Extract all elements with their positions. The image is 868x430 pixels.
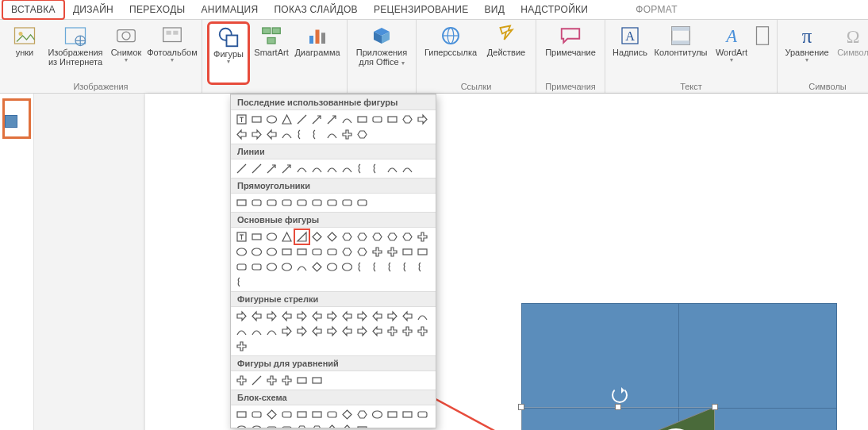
shape-option-curve[interactable] bbox=[279, 127, 294, 142]
shape-option-plus[interactable] bbox=[264, 373, 279, 388]
shape-option-arrowR[interactable] bbox=[294, 324, 309, 339]
grid-cell[interactable] bbox=[678, 303, 837, 409]
shape-option-rect[interactable] bbox=[294, 244, 309, 259]
tab-review[interactable]: РЕЦЕНЗИРОВАНИЕ bbox=[366, 1, 477, 18]
screenshot-button[interactable]: Снимок ▾ bbox=[106, 21, 146, 82]
shape-option-hex[interactable] bbox=[355, 407, 370, 422]
tab-transitions[interactable]: ПЕРЕХОДЫ bbox=[121, 1, 193, 18]
shape-option-plus[interactable] bbox=[415, 324, 430, 339]
shape-option-hex[interactable] bbox=[355, 127, 370, 142]
shape-option-ellipse[interactable] bbox=[234, 422, 249, 428]
shape-option-ellipse[interactable] bbox=[249, 422, 264, 428]
shape-option-plus[interactable] bbox=[400, 324, 415, 339]
shape-option-tri2[interactable] bbox=[279, 229, 294, 244]
shape-option-tri[interactable] bbox=[294, 229, 309, 244]
shape-option-arrowL[interactable] bbox=[309, 324, 325, 339]
shape-option-arrowR[interactable] bbox=[355, 324, 370, 339]
shape-option-rrect[interactable] bbox=[309, 195, 325, 210]
shape-option-plus[interactable] bbox=[279, 373, 294, 388]
shape-option-rect[interactable] bbox=[400, 407, 415, 422]
shape-option-arrowR[interactable] bbox=[249, 127, 264, 142]
shape-option-rect[interactable] bbox=[400, 244, 415, 259]
shape-option-rrect[interactable] bbox=[355, 195, 370, 210]
shape-option-arrowL[interactable] bbox=[234, 127, 249, 142]
shape-option-arrowL[interactable] bbox=[340, 309, 355, 324]
shape-option-hex[interactable] bbox=[340, 229, 355, 244]
shape-option-rrect[interactable] bbox=[264, 422, 279, 428]
shape-option-rect[interactable] bbox=[234, 407, 249, 422]
shape-option-ellipse[interactable] bbox=[325, 259, 340, 275]
shape-option-brace[interactable] bbox=[370, 161, 385, 176]
shape-option-rect[interactable] bbox=[294, 407, 309, 422]
shape-option-plus[interactable] bbox=[234, 339, 249, 354]
shape-option-plus[interactable] bbox=[340, 127, 355, 142]
shape-option-arrowR[interactable] bbox=[264, 309, 279, 324]
shape-option-curve[interactable] bbox=[264, 324, 279, 339]
shape-option-curve[interactable] bbox=[309, 161, 325, 176]
shape-option-curve[interactable] bbox=[294, 161, 309, 176]
shapes-dropdown[interactable]: Последние использованные фигуры Линии Пр… bbox=[230, 94, 436, 428]
shape-option-curve[interactable] bbox=[340, 112, 355, 127]
shape-option-arrowR[interactable] bbox=[385, 309, 400, 324]
shape-option-curve[interactable] bbox=[294, 259, 309, 275]
shape-option-plus[interactable] bbox=[234, 373, 249, 388]
shape-option-diamond[interactable] bbox=[340, 422, 355, 428]
shape-option-plus[interactable] bbox=[370, 244, 385, 259]
shape-option-rrect[interactable] bbox=[325, 195, 340, 210]
shape-option-brace[interactable] bbox=[400, 259, 415, 275]
shape-option-arrow[interactable] bbox=[325, 112, 340, 127]
shape-option-arrowL[interactable] bbox=[249, 309, 264, 324]
resize-handle[interactable] bbox=[712, 404, 718, 410]
slide-canvas[interactable]: Последние использованные фигуры Линии Пр… bbox=[34, 94, 868, 430]
shape-option-arrowR[interactable] bbox=[234, 309, 249, 324]
action-button[interactable]: Действие bbox=[482, 21, 531, 82]
shape-option-rrect[interactable] bbox=[325, 407, 340, 422]
photoalbum-button[interactable]: Фотоальбом ▾ bbox=[148, 21, 197, 82]
shape-option-ellipse[interactable] bbox=[264, 244, 279, 259]
shape-option-arrow[interactable] bbox=[279, 161, 294, 176]
shape-option-rect[interactable] bbox=[249, 229, 264, 244]
shape-option-ellipse[interactable] bbox=[264, 259, 279, 275]
shape-option-arrowL[interactable] bbox=[264, 127, 279, 142]
shape-option-arrow[interactable] bbox=[264, 161, 279, 176]
shape-option-rect[interactable] bbox=[385, 112, 400, 127]
shape-option-rrect[interactable] bbox=[249, 259, 264, 275]
symbol-button[interactable]: Ω Символ bbox=[833, 21, 868, 82]
shape-option-arrowR[interactable] bbox=[415, 112, 430, 127]
shape-option-line[interactable] bbox=[249, 373, 264, 388]
resize-handle[interactable] bbox=[615, 404, 621, 410]
equation-button[interactable]: π Уравнение ▾ bbox=[782, 21, 832, 82]
shape-option-rrect[interactable] bbox=[279, 195, 294, 210]
shape-option-rrect[interactable] bbox=[264, 195, 279, 210]
shape-option-arrowL[interactable] bbox=[309, 309, 325, 324]
shape-option-rrect[interactable] bbox=[249, 407, 264, 422]
shape-option-rrect[interactable] bbox=[234, 259, 249, 275]
shape-option-hex[interactable] bbox=[370, 229, 385, 244]
headerfooter-button[interactable]: Колонтитулы bbox=[651, 21, 710, 82]
textbox-button[interactable]: A Надпись bbox=[610, 21, 650, 82]
shape-option-arrowL[interactable] bbox=[370, 309, 385, 324]
shape-option-curve[interactable] bbox=[340, 161, 355, 176]
chart-button[interactable]: Диаграмма bbox=[293, 21, 342, 82]
tab-addins[interactable]: НАДСТРОЙКИ bbox=[513, 1, 596, 18]
rotate-handle[interactable] bbox=[612, 387, 628, 403]
shape-option-text[interactable] bbox=[234, 229, 249, 244]
shape-option-brace[interactable] bbox=[385, 259, 400, 275]
tab-slideshow[interactable]: ПОКАЗ СЛАЙДОВ bbox=[266, 1, 366, 18]
tab-design[interactable]: ДИЗАЙН bbox=[65, 1, 121, 18]
shape-option-ellipse[interactable] bbox=[249, 244, 264, 259]
shape-option-ellipse[interactable] bbox=[370, 407, 385, 422]
shape-option-curve[interactable] bbox=[325, 161, 340, 176]
shape-option-rect[interactable] bbox=[234, 195, 249, 210]
shape-option-arrowR[interactable] bbox=[294, 309, 309, 324]
tab-view[interactable]: ВИД bbox=[477, 1, 513, 18]
shape-option-rect[interactable] bbox=[415, 244, 430, 259]
shape-option-curve[interactable] bbox=[415, 309, 430, 324]
shape-option-ellipse[interactable] bbox=[340, 259, 355, 275]
shape-option-arrow[interactable] bbox=[309, 112, 325, 127]
shape-option-curve[interactable] bbox=[400, 161, 415, 176]
shape-option-rect[interactable] bbox=[279, 244, 294, 259]
shape-option-brace[interactable] bbox=[370, 259, 385, 275]
text-extra-button[interactable] bbox=[753, 21, 772, 82]
shape-option-brace[interactable] bbox=[309, 127, 325, 142]
